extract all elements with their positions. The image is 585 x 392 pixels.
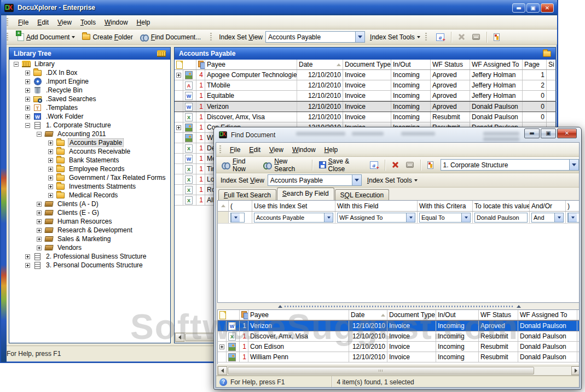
- row-expand-cell[interactable]: [175, 195, 183, 205]
- table-row[interactable]: W1Verizon12/10/2010InvoiceIncomingAprove…: [175, 101, 555, 112]
- toolbar-grip[interactable]: [425, 33, 427, 42]
- expand-icon[interactable]: [37, 219, 42, 224]
- close-button[interactable]: ✕: [541, 3, 554, 13]
- tree-item[interactable]: Investments Statments: [9, 182, 170, 191]
- scope-combo[interactable]: 1. Corporate Structure: [441, 159, 579, 171]
- menu-view[interactable]: View: [265, 144, 288, 155]
- result-row[interactable]: 1Con Edison12/10/2010InvoiceIncomingResu…: [218, 342, 580, 352]
- menu-view[interactable]: View: [53, 17, 76, 28]
- criteria-field-cell[interactable]: WF Assigned To: [335, 212, 418, 223]
- column-header-inout[interactable]: In/Out: [391, 60, 431, 69]
- table-row[interactable]: 4Apogee Computer Technologies12/10/2010I…: [175, 70, 555, 80]
- menu-tools[interactable]: Tools: [76, 17, 100, 28]
- row-expand-cell[interactable]: [175, 70, 183, 80]
- minimize-button[interactable]: ▬: [512, 3, 525, 13]
- collapse-icon[interactable]: [25, 123, 30, 128]
- combo-dropdown-icon[interactable]: [569, 160, 578, 170]
- column-header-wfassigned[interactable]: WF Assigned To: [470, 60, 523, 69]
- add-index-button[interactable]: [368, 160, 380, 170]
- index-set-tools-button[interactable]: Index Set Tools: [365, 175, 420, 185]
- tree-item[interactable]: Bank Statements: [9, 156, 170, 165]
- row-expand-cell[interactable]: [218, 352, 227, 362]
- expand-icon[interactable]: [48, 167, 53, 172]
- detach-button[interactable]: [404, 161, 416, 169]
- row-expand-cell[interactable]: [218, 331, 227, 341]
- row-payee-cell[interactable]: William Penn: [248, 352, 349, 362]
- menu-file[interactable]: File: [225, 144, 245, 155]
- dialog-maximize-button[interactable]: ▣: [541, 128, 556, 138]
- criteria-andor-cell[interactable]: And: [530, 212, 566, 223]
- column-header-size[interactable]: Si: [547, 60, 557, 69]
- row-expand-cell[interactable]: [175, 174, 183, 184]
- index-set-tools-button[interactable]: Index Set Tools: [368, 32, 422, 42]
- detach-button[interactable]: [470, 33, 482, 41]
- criteria-combo[interactable]: Equal To: [419, 213, 471, 223]
- column-header-date[interactable]: Date: [297, 60, 343, 69]
- scroll-thumb[interactable]: [228, 367, 534, 375]
- tree-item[interactable]: Accounts Payable: [9, 138, 170, 147]
- index-set-combo[interactable]: Accounts Payable: [254, 213, 333, 223]
- close-paren-dropdown[interactable]: [567, 213, 580, 223]
- scroll-right-button[interactable]: [571, 366, 580, 375]
- expand-icon[interactable]: [37, 245, 42, 250]
- column-header-inout[interactable]: In/Out: [436, 310, 479, 320]
- column-header-copies[interactable]: [196, 60, 205, 69]
- tab-full-text-search[interactable]: Full Text Search: [218, 189, 276, 200]
- menu-edit[interactable]: Edit: [33, 17, 53, 28]
- new-search-button[interactable]: New Search: [261, 156, 307, 174]
- document-properties-button[interactable]: [425, 160, 436, 170]
- tree-item[interactable]: Clients (A - D): [9, 200, 170, 208]
- delete-button[interactable]: [390, 160, 401, 169]
- index-set-view-combo[interactable]: Accounts Payable: [268, 174, 362, 186]
- tree-item[interactable]: Library: [9, 60, 170, 68]
- expand-icon[interactable]: [219, 344, 224, 349]
- tree-item[interactable]: .DX In Box: [9, 68, 170, 77]
- criteria-criteria-cell[interactable]: Equal To: [418, 212, 473, 223]
- expand-icon[interactable]: [48, 158, 53, 163]
- combo-dropdown-icon[interactable]: [568, 213, 577, 222]
- combo-dropdown-icon[interactable]: [406, 213, 415, 222]
- menu-help[interactable]: Help: [320, 144, 343, 155]
- column-header-date[interactable]: Date: [349, 310, 387, 320]
- column-header-doctype[interactable]: Document Type: [343, 60, 391, 69]
- toolbar-grip[interactable]: [210, 33, 212, 42]
- tree-item[interactable]: Vendors: [9, 243, 170, 252]
- row-payee-cell[interactable]: Verizon: [248, 321, 349, 331]
- tree-item[interactable]: Employee Records: [9, 165, 170, 173]
- row-expand-cell[interactable]: [218, 321, 227, 331]
- tree-item[interactable]: Government / Tax Related Forms: [9, 173, 170, 182]
- toolbar-grip[interactable]: [219, 145, 221, 154]
- criteria-header-andor[interactable]: And/Or: [530, 201, 566, 211]
- combo-dropdown-icon[interactable]: [461, 213, 470, 222]
- row-expand-cell[interactable]: [218, 342, 227, 352]
- row-payee-cell[interactable]: Equitable: [205, 91, 297, 101]
- tree-item[interactable]: Accounting 2011: [9, 130, 170, 138]
- expand-icon[interactable]: [37, 237, 42, 242]
- tree-item[interactable]: W.Work Folder: [9, 112, 170, 121]
- row-payee-cell[interactable]: Discover, Amx, Visa: [248, 331, 349, 341]
- tree-item[interactable]: 2. Professional Business Structure: [9, 252, 170, 261]
- combo-dropdown-icon[interactable]: [355, 32, 364, 42]
- criteria-header-criteria[interactable]: With this Critera: [418, 201, 473, 211]
- combo-dropdown-icon[interactable]: [324, 213, 333, 222]
- tree-item[interactable]: .Saved Searches: [9, 95, 170, 103]
- column-header-payee[interactable]: Payee: [205, 60, 297, 69]
- value-input[interactable]: Donald Paulson: [474, 213, 528, 223]
- expand-icon[interactable]: [25, 254, 30, 259]
- criteria-index-set-cell[interactable]: Accounts Payable: [252, 212, 335, 223]
- tree-item[interactable]: 1. Corporate Structure: [9, 121, 170, 130]
- create-folder-button[interactable]: Create Folder: [80, 32, 135, 42]
- criteria-header-field[interactable]: With this Field: [335, 201, 418, 211]
- main-titlebar[interactable]: DocuXplorer - Enterprise ▬ ▣ ✕: [1, 0, 557, 15]
- row-payee-cell[interactable]: Verizon: [205, 102, 297, 112]
- expand-icon[interactable]: [176, 125, 181, 130]
- menu-edit[interactable]: Edit: [245, 144, 265, 155]
- menu-window[interactable]: Window: [288, 144, 320, 155]
- column-header-payee[interactable]: Payee: [248, 310, 349, 320]
- expand-icon[interactable]: [25, 71, 30, 75]
- row-expand-cell[interactable]: [175, 133, 183, 143]
- criteria-value-cell[interactable]: Donald Paulson: [473, 212, 530, 223]
- open-paren-dropdown[interactable]: [230, 213, 245, 223]
- column-header-doctype[interactable]: Document Type: [387, 310, 436, 320]
- expand-icon[interactable]: [25, 106, 30, 110]
